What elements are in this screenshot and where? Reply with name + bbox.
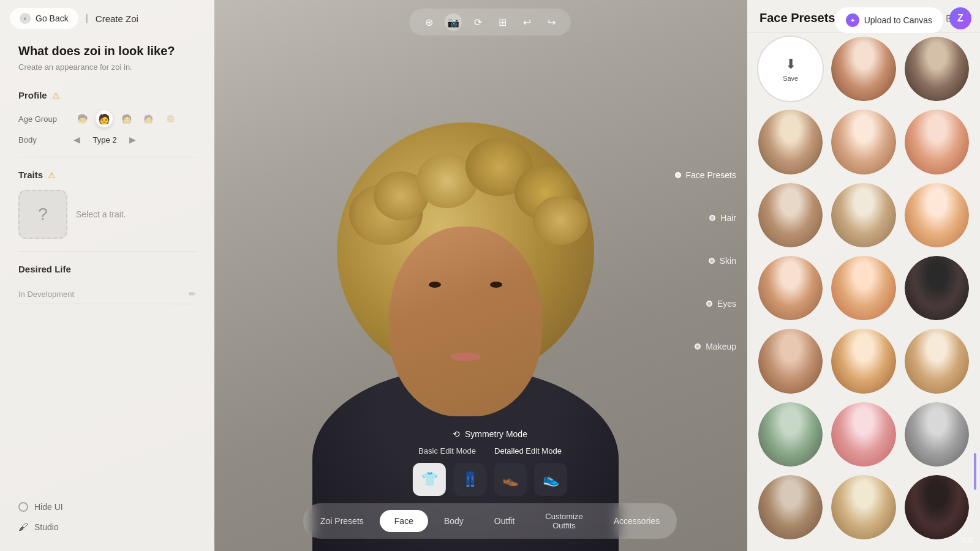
preset-14[interactable]: [830, 328, 897, 394]
profile-warning-icon: ⚠: [52, 91, 60, 100]
toolbar-undo-icon[interactable]: ↩: [518, 13, 535, 31]
toolbar-move-icon[interactable]: ⊕: [420, 13, 437, 31]
trait-question-icon: ?: [38, 204, 48, 224]
hair-context-button[interactable]: Hair: [709, 213, 736, 223]
tab-zoi-presets[interactable]: Zoi Presets: [306, 510, 379, 532]
preset-8[interactable]: [830, 182, 897, 249]
face-presets-context-label: Face Presets: [686, 170, 736, 180]
preset-face-17: [831, 402, 895, 467]
main-tabs: Zoi Presets Face Body Outfit CustomizeOu…: [303, 503, 677, 539]
preset-17[interactable]: [830, 401, 897, 468]
age-teen-icon[interactable]: 🧑: [96, 110, 113, 127]
toolbar-camera-icon[interactable]: 📷: [445, 13, 462, 31]
age-senior-icon[interactable]: 🧓: [162, 110, 179, 127]
traits-section-header: Traits ⚠: [18, 170, 196, 180]
symmetry-icon: ⟲: [453, 429, 460, 439]
trait-placeholder[interactable]: ?: [18, 190, 67, 239]
profile-section-header: Profile ⚠: [18, 90, 196, 100]
desired-life-title: Desired Life: [18, 264, 71, 274]
outfit-accessories-icon[interactable]: 👟: [534, 463, 567, 496]
eyes-context-button[interactable]: Eyes: [706, 299, 736, 309]
section-divider-1: [18, 157, 196, 157]
tab-outfit[interactable]: Outfit: [480, 510, 529, 532]
section-divider-2: [18, 251, 196, 252]
tab-body[interactable]: Body: [429, 510, 478, 532]
presets-row-5: [757, 328, 970, 394]
preset-face-3: [905, 37, 969, 101]
age-adult-icon[interactable]: 🧑: [140, 110, 157, 127]
tab-accessories[interactable]: Accessories: [599, 510, 674, 532]
preset-7[interactable]: [757, 182, 824, 249]
profile-title: Profile: [18, 90, 47, 100]
body-next-button[interactable]: ▶: [129, 135, 136, 144]
desired-life-section: Desired Life In Development ✏: [18, 264, 196, 304]
back-button[interactable]: ‹ Go Back: [10, 8, 78, 29]
preset-face-18: [905, 402, 969, 467]
back-label: Go Back: [36, 13, 69, 23]
age-child-icon[interactable]: 🧒: [74, 110, 91, 127]
panel-question: What does zoi in look like?: [18, 43, 196, 59]
age-young-adult-icon[interactable]: 🧑: [118, 110, 135, 127]
trait-select-text: Select a trait.: [76, 209, 126, 219]
preset-face-15: [905, 329, 969, 393]
preset-3[interactable]: [903, 36, 970, 102]
preset-4[interactable]: [757, 108, 824, 175]
preset-13[interactable]: [757, 328, 824, 394]
preset-face-8: [831, 183, 895, 247]
preset-12[interactable]: [903, 255, 970, 321]
studio-option[interactable]: 🖌 Studio: [18, 522, 63, 533]
traits-title: Traits: [18, 170, 43, 180]
body-label: Body: [18, 135, 74, 144]
face-presets-context-button[interactable]: Face Presets: [675, 170, 736, 180]
skin-context-button[interactable]: Skin: [709, 256, 736, 266]
create-title: Create Zoi: [96, 13, 138, 24]
preset-20[interactable]: [830, 474, 897, 541]
body-value: Type 2: [86, 135, 123, 144]
body-row: Body ◀ Type 2 ▶: [18, 135, 196, 144]
presets-grid: ⬇ Save: [747, 33, 980, 551]
outfit-shirt-icon[interactable]: 👕: [413, 463, 446, 496]
preset-save-button[interactable]: ⬇ Save: [757, 36, 824, 102]
toolbar-redo-icon[interactable]: ↪: [543, 13, 560, 31]
preset-21[interactable]: [903, 474, 970, 541]
preset-18[interactable]: [903, 401, 970, 468]
preset-16[interactable]: [757, 401, 824, 468]
desired-life-edit-icon[interactable]: ✏: [189, 289, 196, 299]
hide-ui-label: Hide UI: [34, 502, 63, 512]
hide-ui-option[interactable]: Hide UI: [18, 502, 63, 512]
preset-15[interactable]: [903, 328, 970, 394]
symmetry-mode-toggle[interactable]: ⟲ Symmetry Mode: [453, 429, 527, 439]
detailed-edit-mode[interactable]: Detailed Edit Mode: [494, 446, 562, 455]
hide-ui-checkbox[interactable]: [18, 502, 28, 512]
preset-11[interactable]: [830, 255, 897, 321]
face-presets-dot: [675, 172, 681, 178]
preset-2[interactable]: [830, 36, 897, 102]
age-group-label: Age Group: [18, 114, 74, 124]
preset-19[interactable]: [757, 474, 824, 541]
tab-customize-outfits[interactable]: CustomizeOutfits: [530, 506, 597, 536]
skin-dot: [709, 258, 715, 264]
makeup-context-button[interactable]: Makeup: [695, 342, 736, 351]
age-group-row: Age Group 🧒 🧑 🧑 🧑 🧓: [18, 110, 196, 127]
outfit-pants-icon[interactable]: 👖: [453, 463, 486, 496]
save-download-icon: ⬇: [785, 56, 796, 72]
outfit-shoes-icon[interactable]: 👞: [494, 463, 527, 496]
eyes-context-label: Eyes: [717, 299, 736, 309]
preset-5[interactable]: [830, 108, 897, 175]
traits-warning-icon: ⚠: [48, 170, 56, 180]
preset-face-19: [758, 475, 823, 539]
toolbar-rotate-icon[interactable]: ⟳: [469, 13, 486, 31]
preset-face-11: [831, 256, 895, 320]
left-panel: What does zoi in look like? Create an ap…: [0, 0, 214, 551]
user-avatar-button[interactable]: Z: [949, 7, 971, 29]
preset-10[interactable]: [757, 255, 824, 321]
body-prev-button[interactable]: ◀: [74, 135, 80, 144]
basic-edit-mode[interactable]: Basic Edit Mode: [418, 446, 476, 455]
preset-face-14: [831, 329, 895, 393]
studio-icon: 🖌: [18, 522, 28, 533]
preset-9[interactable]: [903, 182, 970, 249]
toolbar-grid-icon[interactable]: ⊞: [494, 13, 511, 31]
tab-face[interactable]: Face: [380, 510, 428, 532]
upload-to-canvas-button[interactable]: ✦ Upload to Canvas: [835, 7, 943, 33]
preset-6[interactable]: [903, 108, 970, 175]
